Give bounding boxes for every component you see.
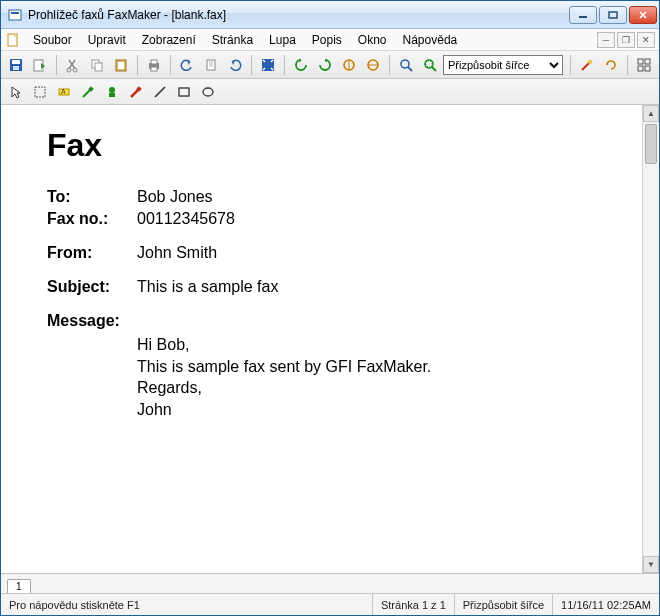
status-help: Pro nápovědu stiskněte F1 [1,594,373,615]
toolbar-separator [137,55,138,75]
toolbar-separator [570,55,571,75]
line-tool-button[interactable] [149,81,171,103]
toolbar-separator [170,55,171,75]
document-icon [5,32,21,48]
label-to: To: [47,188,137,206]
paste-button[interactable] [110,54,132,76]
zoom-select[interactable]: Přizpůsobit šířce [443,55,563,75]
cut-button[interactable] [62,54,84,76]
scroll-down-button[interactable]: ▼ [643,556,659,573]
scroll-track[interactable] [643,122,659,556]
rotate-left-button[interactable] [290,54,312,76]
scroll-thumb[interactable] [645,124,657,164]
highlight-tool-button[interactable]: A [53,81,75,103]
toolbar-separator [389,55,390,75]
pen-tool-button[interactable] [77,81,99,103]
svg-rect-2 [579,16,587,18]
svg-rect-34 [35,87,45,97]
rotate-right-button[interactable] [314,54,336,76]
close-button[interactable] [629,6,657,24]
status-page: Stránka 1 z 1 [373,594,455,615]
mdi-restore-button[interactable]: ❐ [617,32,635,48]
save-button[interactable] [5,54,27,76]
message-line: This is sample fax sent by GFI FaxMaker. [137,356,596,378]
window-title: Prohlížeč faxů FaxMaker - [blank.fax] [28,8,569,22]
zoom-tool-button[interactable] [395,54,417,76]
stamp-tool-button[interactable] [101,81,123,103]
ellipse-tool-button[interactable] [197,81,219,103]
statusbar: Pro nápovědu stiskněte F1 Stránka 1 z 1 … [1,593,659,615]
flip-h-button[interactable] [338,54,360,76]
menu-napoveda[interactable]: Nápověda [395,31,466,49]
label-faxno: Fax no.: [47,210,137,228]
vertical-scrollbar[interactable]: ▲ ▼ [642,105,659,573]
redo-button[interactable] [224,54,246,76]
copy-button[interactable] [86,54,108,76]
svg-rect-30 [638,59,643,64]
mdi-minimize-button[interactable]: ─ [597,32,615,48]
pointer-tool-button[interactable] [5,81,27,103]
svg-line-41 [155,87,165,97]
menubar: Soubor Upravit Zobrazení Stránka Lupa Po… [1,29,659,51]
export-button[interactable] [29,54,51,76]
svg-rect-33 [645,66,650,71]
document-viewport[interactable]: Fax To: Bob Jones Fax no.: 00112345678 F… [1,105,642,573]
page-tabstrip: 1 [1,573,659,593]
fax-heading: Fax [47,127,596,164]
message-line: Hi Bob, [137,334,596,356]
app-icon [7,7,23,23]
svg-point-24 [401,60,409,68]
minimize-button[interactable] [569,6,597,24]
menu-stranka[interactable]: Stránka [204,31,261,49]
menu-soubor[interactable]: Soubor [25,31,80,49]
menu-zobrazeni[interactable]: Zobrazení [134,31,204,49]
message-line: Regards, [137,377,596,399]
message-body: Hi Bob, This is sample fax sent by GFI F… [137,334,596,420]
refresh-button[interactable] [600,54,622,76]
label-subject: Subject: [47,278,137,296]
svg-rect-3 [609,12,617,18]
label-message: Message: [47,312,137,330]
toolbar-separator [251,55,252,75]
svg-rect-8 [12,60,20,64]
svg-rect-9 [13,66,19,70]
rectangle-tool-button[interactable] [173,81,195,103]
toolbar-separator [56,55,57,75]
select-area-tool-button[interactable] [29,81,51,103]
value-faxno: 00112345678 [137,210,235,228]
annotation-toolbar: A [1,79,659,105]
svg-rect-0 [9,10,21,20]
page-tab-1[interactable]: 1 [7,579,31,593]
maximize-button[interactable] [599,6,627,24]
menu-lupa[interactable]: Lupa [261,31,304,49]
svg-rect-32 [638,66,643,71]
svg-text:A: A [61,88,66,95]
status-datetime: 11/16/11 02:25AM [553,594,659,615]
status-zoom: Přizpůsobit šířce [455,594,553,615]
undo-button[interactable] [176,54,198,76]
mdi-close-button[interactable]: ✕ [637,32,655,48]
svg-rect-31 [645,59,650,64]
svg-point-43 [203,88,213,96]
flip-v-button[interactable] [362,54,384,76]
grid-layout-button[interactable] [633,54,655,76]
print-button[interactable] [143,54,165,76]
mdi-controls: ─ ❐ ✕ [597,32,655,48]
content-area: Fax To: Bob Jones Fax no.: 00112345678 F… [1,105,659,573]
marker-tool-button[interactable] [125,81,147,103]
label-from: From: [47,244,137,262]
value-subject: This is a sample fax [137,278,278,296]
toolbar-separator [284,55,285,75]
annotate-clear-button[interactable] [576,54,598,76]
page-rotate-button[interactable] [200,54,222,76]
zoom-area-button[interactable] [419,54,441,76]
menu-popis[interactable]: Popis [304,31,350,49]
main-toolbar: Přizpůsobit šířce [1,51,659,79]
svg-rect-16 [118,62,124,69]
fit-page-button[interactable] [257,54,279,76]
svg-line-27 [432,67,436,71]
menu-upravit[interactable]: Upravit [80,31,134,49]
svg-rect-1 [11,12,19,14]
scroll-up-button[interactable]: ▲ [643,105,659,122]
menu-okno[interactable]: Okno [350,31,395,49]
